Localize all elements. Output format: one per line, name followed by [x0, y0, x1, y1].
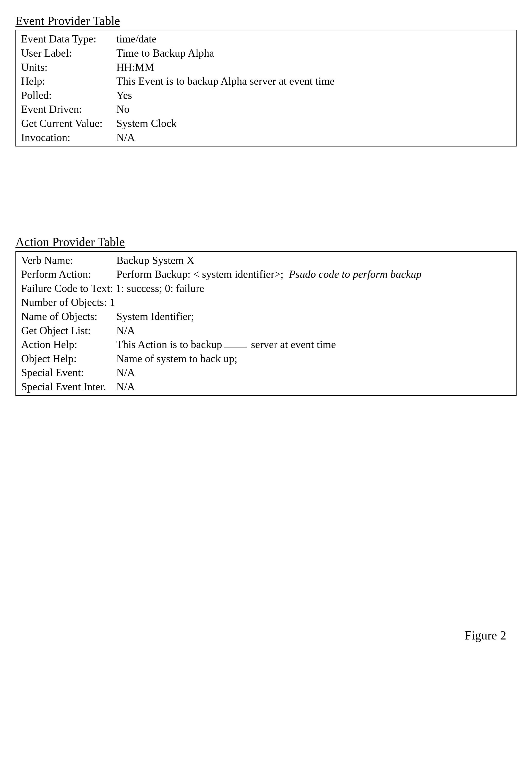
- label: User Label:: [21, 46, 116, 60]
- blank-line: [224, 348, 247, 348]
- value-pre: This Action is to backup: [116, 338, 222, 350]
- value: HH:MM: [116, 60, 511, 74]
- label: Polled:: [21, 88, 116, 102]
- event-provider-section: Event Provider Table Event Data Type: ti…: [16, 13, 516, 146]
- value: N/A: [116, 131, 511, 145]
- value: No: [116, 102, 511, 116]
- value: time/date: [116, 32, 511, 46]
- value: This Action is to backup server at event…: [116, 337, 511, 352]
- row-num-objects: Number of Objects: 1: [21, 295, 511, 310]
- row-perform-action: Perform Action: Perform Backup: < system…: [21, 267, 511, 281]
- label: Perform Action:: [21, 267, 116, 281]
- value: Name of system to back up;: [116, 352, 511, 366]
- row-verb-name: Verb Name: Backup System X: [21, 253, 511, 267]
- value: N/A: [116, 380, 511, 394]
- row-help: Help: This Event is to backup Alpha serv…: [21, 74, 511, 88]
- label: Action Help:: [21, 337, 116, 352]
- full-text: Number of Objects: 1: [21, 295, 115, 310]
- row-units: Units: HH:MM: [21, 60, 511, 74]
- value: N/A: [116, 366, 511, 380]
- label: Help:: [21, 74, 116, 88]
- row-special-event: Special Event: N/A: [21, 366, 511, 380]
- row-failure-code: Failure Code to Text: 1: success; 0: fai…: [21, 281, 511, 296]
- label: Special Event:: [21, 366, 116, 380]
- action-provider-box: Verb Name: Backup System X Perform Actio…: [16, 251, 516, 396]
- row-event-driven: Event Driven: No: [21, 102, 511, 116]
- row-user-label: User Label: Time to Backup Alpha: [21, 46, 511, 60]
- action-provider-section: Action Provider Table Verb Name: Backup …: [16, 234, 516, 396]
- value: Time to Backup Alpha: [116, 46, 511, 60]
- label: Verb Name:: [21, 253, 116, 267]
- row-special-event-inter: Special Event Inter. N/A: [21, 380, 511, 394]
- event-provider-title: Event Provider Table: [16, 13, 516, 29]
- value-text: Perform Backup: < system identifier>;: [116, 268, 283, 280]
- row-invocation: Invocation: N/A: [21, 131, 511, 145]
- row-name-objects: Name of Objects: System Identifier;: [21, 310, 511, 323]
- label: Units:: [21, 60, 116, 74]
- label: Special Event Inter.: [21, 380, 116, 394]
- value: Yes: [116, 88, 511, 102]
- label: Invocation:: [21, 131, 116, 145]
- label: Name of Objects:: [21, 310, 116, 323]
- row-event-data-type: Event Data Type: time/date: [21, 32, 511, 46]
- row-object-help: Object Help: Name of system to back up;: [21, 352, 511, 366]
- action-provider-title: Action Provider Table: [16, 234, 516, 250]
- full-text: Failure Code to Text: 1: success; 0: fai…: [21, 281, 204, 296]
- value-italic: Psudo code to perform backup: [289, 268, 422, 280]
- label: Get Object List:: [21, 323, 116, 338]
- label: Event Driven:: [21, 102, 116, 116]
- figure-label: Figure 2: [16, 627, 516, 643]
- value: This Event is to backup Alpha server at …: [116, 74, 511, 88]
- value: Perform Backup: < system identifier>; Ps…: [116, 267, 511, 281]
- value: System Identifier;: [116, 310, 511, 323]
- row-get-object-list: Get Object List: N/A: [21, 323, 511, 338]
- value-post: server at event time: [248, 338, 336, 350]
- event-provider-box: Event Data Type: time/date User Label: T…: [16, 30, 516, 146]
- row-polled: Polled: Yes: [21, 88, 511, 102]
- value: N/A: [116, 323, 511, 338]
- value: System Clock: [116, 116, 511, 131]
- label: Get Current Value:: [21, 116, 116, 131]
- label: Object Help:: [21, 352, 116, 366]
- label: Event Data Type:: [21, 32, 116, 46]
- row-get-current-value: Get Current Value: System Clock: [21, 116, 511, 131]
- value: Backup System X: [116, 253, 511, 267]
- row-action-help: Action Help: This Action is to backup se…: [21, 337, 511, 352]
